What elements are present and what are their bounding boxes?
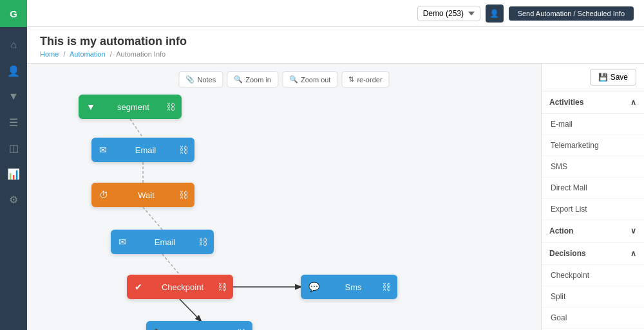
sidebar-item-chart[interactable]: 📊 <box>2 162 25 185</box>
email1-label: Email <box>135 145 156 155</box>
activity-export-list[interactable]: Export List <box>542 199 644 220</box>
right-panel: 💾 Save Activities ∧ E-mail Telemarketing… <box>541 64 644 330</box>
sms-label: Sms <box>345 282 362 292</box>
activity-telemarketing[interactable]: Telemarketing <box>542 135 644 156</box>
activity-sms[interactable]: SMS <box>542 156 644 178</box>
segment-link-icon: ⛓ <box>166 102 175 112</box>
sms-icon: 💬 <box>308 282 319 292</box>
activities-section-header[interactable]: Activities ∧ <box>542 91 644 114</box>
breadcrumb-current: Automation Info <box>116 50 166 58</box>
breadcrumb-automation[interactable]: Automation <box>70 50 106 58</box>
sms-node[interactable]: 💬 Sms ⛓ <box>301 275 397 299</box>
checkpoint-link-icon: ⛓ <box>218 282 227 292</box>
decision-split[interactable]: Split <box>542 286 644 307</box>
svg-line-5 <box>180 299 201 321</box>
page-header: This is my automation info Home / Automa… <box>27 27 644 64</box>
page-title: This is my automation info <box>40 35 631 48</box>
telemarketing-node[interactable]: 📞 Telemarketing ⛓ <box>146 321 252 330</box>
main-content: Demo (253) 👤 Send Automation / Scheduled… <box>27 0 644 330</box>
content-area: 📎 Notes 🔍 Zoom in 🔍 Zoom out ⇅ re-order <box>27 64 644 330</box>
save-icon: 💾 <box>598 73 608 82</box>
wait-link-icon: ⛓ <box>179 190 188 200</box>
email2-label: Email <box>155 237 176 247</box>
user-button[interactable]: 👤 <box>486 5 504 23</box>
email1-icon: ✉ <box>99 145 107 155</box>
logo-text: G <box>10 8 17 19</box>
breadcrumb: Home / Automation / Automation Info <box>40 50 631 58</box>
segment-node[interactable]: ▼ segment ⛓ <box>79 95 182 119</box>
wait-icon: ⏱ <box>99 190 108 200</box>
sidebar-item-home[interactable]: ⌂ <box>2 33 25 57</box>
decisions-label: Decisions <box>549 249 586 258</box>
decision-goal[interactable]: Goal <box>542 307 644 329</box>
breadcrumb-home[interactable]: Home <box>40 50 59 58</box>
wait-node[interactable]: ⏱ Wait ⛓ <box>91 183 194 207</box>
sidebar-item-list[interactable]: ☰ <box>2 111 25 134</box>
save-area: 💾 Save <box>542 64 644 91</box>
canvas-area: 📎 Notes 🔍 Zoom in 🔍 Zoom out ⇅ re-order <box>27 64 541 330</box>
email1-node[interactable]: ✉ Email ⛓ <box>91 138 194 162</box>
activity-email[interactable]: E-mail <box>542 114 644 135</box>
sidebar-item-settings[interactable]: ⚙ <box>2 188 25 211</box>
segment-label: segment <box>117 102 149 112</box>
email2-link-icon: ⛓ <box>198 237 207 247</box>
email1-link-icon: ⛓ <box>179 145 188 155</box>
activity-direct-mall[interactable]: Direct Mall <box>542 178 644 199</box>
decisions-chevron-icon: ∧ <box>630 249 636 258</box>
action-section-header[interactable]: Action ∨ <box>542 220 644 243</box>
svg-line-2 <box>143 207 162 230</box>
app-logo[interactable]: G <box>0 0 27 27</box>
save-button[interactable]: 💾 Save <box>590 69 636 86</box>
sidebar: G ⌂ 👤 ▼ ☰ ◫ 📊 ⚙ <box>0 0 27 330</box>
flow-canvas: ▼ segment ⛓ ✉ Email ⛓ ⏱ Wait ⛓ <box>27 64 541 330</box>
sidebar-item-filter[interactable]: ▼ <box>2 85 25 108</box>
sidebar-item-layers[interactable]: ◫ <box>2 136 25 160</box>
topbar: Demo (253) 👤 Send Automation / Scheduled… <box>27 0 644 27</box>
checkpoint-icon: ✔ <box>135 282 142 292</box>
sms-link-icon: ⛓ <box>382 282 391 292</box>
svg-line-0 <box>130 119 143 138</box>
svg-line-3 <box>162 254 180 275</box>
checkpoint-label: Checkpoint <box>162 282 204 292</box>
email2-node[interactable]: ✉ Email ⛓ <box>111 230 214 254</box>
decision-checkpoint[interactable]: Checkpoint <box>542 265 644 286</box>
action-label: Action <box>549 226 573 235</box>
activities-label: Activities <box>549 98 583 107</box>
segment-icon: ▼ <box>86 102 95 112</box>
decisions-section-header[interactable]: Decisions ∧ <box>542 243 644 265</box>
demo-select[interactable]: Demo (253) <box>417 6 480 21</box>
activities-chevron-icon: ∧ <box>630 98 636 107</box>
action-chevron-icon: ∨ <box>630 226 636 235</box>
checkpoint-node[interactable]: ✔ Checkpoint ⛓ <box>127 275 233 299</box>
wait-label: Wait <box>138 190 155 200</box>
send-automation-button[interactable]: Send Automation / Scheduled Info <box>509 6 634 21</box>
sidebar-item-contacts[interactable]: 👤 <box>2 59 25 82</box>
email2-icon: ✉ <box>118 237 126 247</box>
